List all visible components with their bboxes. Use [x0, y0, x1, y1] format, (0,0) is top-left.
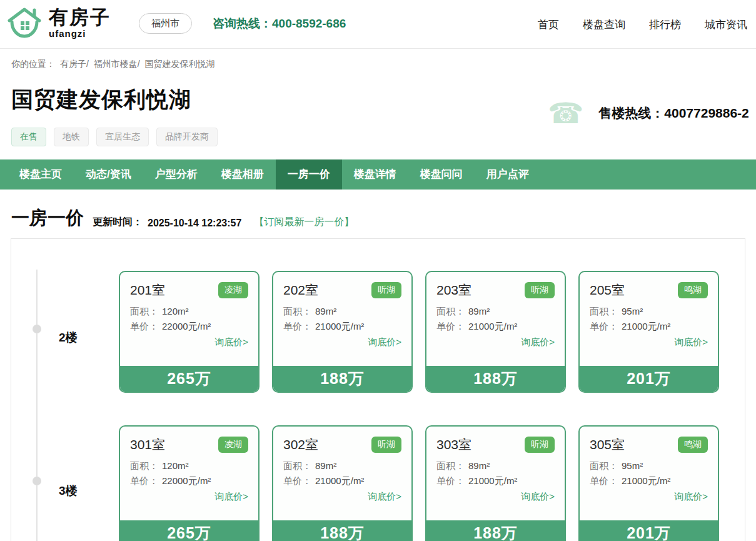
total-price: 201万 — [580, 520, 718, 541]
unit-card-205: 205室 鸣湖 面积：95m² 单价：21000元/m² 询底价> 201万 — [578, 271, 719, 393]
area-value: 89m² — [468, 306, 490, 316]
unit-card-202: 202室 听湖 面积：89m² 单价：21000元/m² 询底价> 188万 — [272, 271, 413, 393]
sales-hotline-number: 4007729886-2 — [664, 106, 748, 120]
inquiry-price-link[interactable]: 询底价> — [130, 336, 248, 348]
sales-hotline: ☎ 售楼热线：4007729886-2 — [548, 99, 749, 128]
inquiry-price-link[interactable]: 询底价> — [130, 491, 248, 503]
unit-badge: 听湖 — [525, 282, 555, 298]
inquiry-price-link[interactable]: 询底价> — [590, 491, 708, 503]
tag-livable-eco: 宜居生态 — [96, 128, 149, 146]
inquiry-price-link[interactable]: 询底价> — [590, 336, 708, 348]
site-logo[interactable]: 有房子 ufangzi — [6, 6, 111, 40]
nav-item-home[interactable]: 首页 — [538, 18, 559, 32]
total-price: 188万 — [273, 520, 411, 541]
property-tags: 在售 地铁 宜居生态 品牌开发商 — [11, 128, 218, 146]
property-tab-bar: 楼盘主页 动态/资讯 户型分析 楼盘相册 一房一价 楼盘详情 楼盘问问 用户点评 — [0, 159, 756, 190]
room-number: 202室 — [283, 281, 318, 299]
tab-property-details[interactable]: 楼盘详情 — [342, 159, 408, 190]
unit-price-value: 22000元/m² — [162, 475, 211, 486]
breadcrumb-home-link[interactable]: 有房子/ — [60, 59, 89, 69]
unit-card-203: 203室 听湖 面积：89m² 单价：21000元/m² 询底价> 188万 — [425, 271, 566, 393]
room-number: 201室 — [130, 281, 165, 299]
breadcrumb: 你的位置： 有房子/ 福州市楼盘/ 国贸建发保利悦湖 — [11, 59, 217, 70]
nav-item-city-news[interactable]: 城市资讯 — [705, 18, 747, 32]
tag-brand-developer: 品牌开发商 — [156, 128, 218, 146]
area-value: 120m² — [162, 306, 189, 316]
inquiry-price-link[interactable]: 询底价> — [436, 336, 555, 348]
unit-price-value: 21000元/m² — [315, 475, 364, 486]
breadcrumb-current: 国贸建发保利悦湖 — [144, 59, 214, 69]
area-value: 120m² — [162, 460, 189, 471]
area-value: 95m² — [622, 306, 643, 316]
tab-floorplan-analysis[interactable]: 户型分析 — [143, 159, 209, 190]
sales-hotline-label: 售楼热线： — [598, 106, 664, 120]
consult-hotline-label: 咨询热线： — [213, 17, 272, 30]
room-number: 203室 — [436, 281, 471, 299]
tab-news[interactable]: 动态/资讯 — [74, 159, 143, 190]
area-value: 89m² — [315, 460, 336, 471]
unit-card-303: 303室 听湖 面积：89m² 单价：21000元/m² 询底价> 188万 — [425, 425, 566, 541]
unit-card-201: 201室 凌湖 面积：120m² 单价：22000元/m² 询底价> 265万 — [119, 271, 260, 393]
breadcrumb-city-link[interactable]: 福州市楼盘/ — [94, 59, 140, 69]
unit-badge: 鸣湖 — [678, 437, 708, 453]
inquiry-price-link[interactable]: 询底价> — [283, 336, 401, 348]
unit-price-value: 21000元/m² — [468, 475, 517, 486]
tag-on-sale: 在售 — [11, 128, 46, 146]
unit-card-305: 305室 鸣湖 面积：95m² 单价：21000元/m² 询底价> 201万 — [578, 425, 719, 541]
area-label: 面积： — [590, 306, 618, 316]
unit-card-301: 301室 凌湖 面积：120m² 单价：22000元/m² 询底价> 265万 — [119, 425, 260, 541]
tab-photo-album[interactable]: 楼盘相册 — [209, 159, 276, 190]
unit-price-value: 21000元/m² — [622, 475, 670, 486]
top-nav: 首页 楼盘查询 排行榜 城市资讯 — [538, 0, 747, 49]
section-title: 一房一价 — [11, 206, 84, 231]
tab-property-qa[interactable]: 楼盘问问 — [408, 159, 475, 190]
unit-badge: 凌湖 — [218, 437, 248, 453]
city-selector-button[interactable]: 福州市 — [139, 13, 192, 34]
room-number: 305室 — [590, 436, 625, 453]
total-price: 265万 — [120, 366, 258, 392]
floor-label-3: 3楼 — [59, 483, 78, 499]
unit-price-label: 单价： — [130, 321, 158, 331]
unit-badge: 听湖 — [371, 437, 401, 453]
brand-name-en: ufangzi — [49, 28, 111, 39]
area-label: 面积： — [130, 460, 158, 471]
inquiry-price-link[interactable]: 询底价> — [436, 491, 555, 503]
tab-price-per-unit[interactable]: 一房一价 — [276, 159, 342, 190]
unit-badge: 听湖 — [525, 437, 555, 453]
section-header: 一房一价 更新时间： 2025-10-14 12:23:57 【订阅最新一房一价… — [11, 206, 354, 231]
tab-user-reviews[interactable]: 用户点评 — [475, 159, 541, 190]
room-number: 301室 — [130, 436, 165, 453]
subscribe-link[interactable]: 【订阅最新一房一价】 — [254, 216, 354, 231]
unit-price-value: 22000元/m² — [162, 321, 211, 331]
brand-text: 有房子 ufangzi — [49, 8, 111, 39]
area-label: 面积： — [130, 306, 158, 316]
house-logo-icon — [6, 6, 43, 40]
area-label: 面积： — [436, 460, 465, 471]
unit-card-302: 302室 听湖 面积：89m² 单价：21000元/m² 询底价> 188万 — [272, 425, 413, 541]
nav-item-property-search[interactable]: 楼盘查询 — [583, 18, 625, 32]
nav-item-ranking[interactable]: 排行榜 — [649, 18, 681, 32]
floor-timeline-dot — [33, 477, 41, 485]
total-price: 188万 — [426, 520, 565, 541]
area-value: 89m² — [468, 460, 490, 471]
unit-price-label: 单价： — [436, 321, 465, 331]
site-header: 有房子 ufangzi 福州市 咨询热线：400-8592-686 首页 楼盘查… — [0, 0, 756, 49]
total-price: 265万 — [120, 520, 258, 541]
update-time-label: 更新时间： — [93, 216, 143, 231]
room-number: 303室 — [436, 436, 471, 453]
update-time-value: 2025-10-14 12:23:57 — [148, 218, 241, 231]
area-label: 面积： — [436, 306, 465, 316]
unit-price-label: 单价： — [130, 475, 158, 486]
inquiry-price-link[interactable]: 询底价> — [283, 491, 401, 503]
sales-hotline-text: 售楼热线：4007729886-2 — [598, 104, 748, 122]
tab-property-home[interactable]: 楼盘主页 — [8, 159, 74, 190]
consult-hotline-number: 400-8592-686 — [272, 17, 346, 30]
room-number: 302室 — [283, 436, 318, 453]
floor-timeline-dot — [33, 325, 41, 333]
brand-name: 有房子 — [49, 8, 111, 27]
unit-price-value: 21000元/m² — [622, 321, 670, 331]
floor-timeline-line — [36, 270, 38, 541]
unit-price-label: 单价： — [590, 321, 618, 331]
breadcrumb-prefix: 你的位置： — [11, 59, 55, 69]
unit-price-label: 单价： — [283, 321, 311, 331]
